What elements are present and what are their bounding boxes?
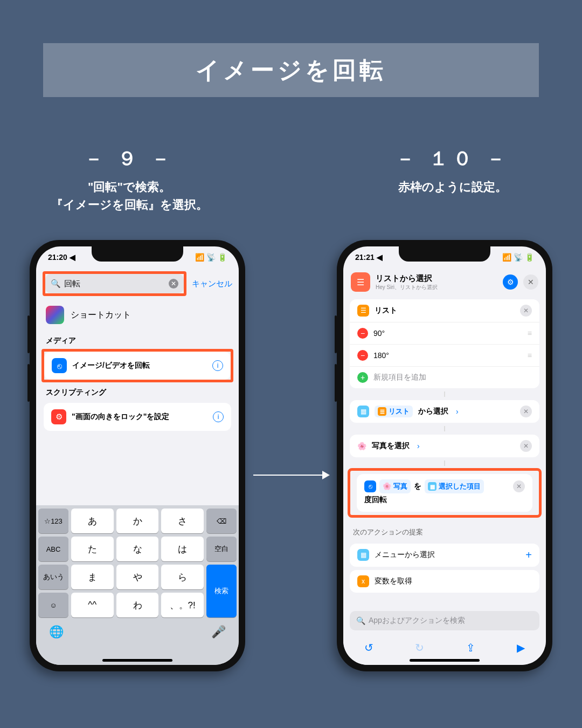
globe-icon[interactable]: 🌐 xyxy=(49,625,64,639)
reorder-icon[interactable]: ≡ xyxy=(528,351,532,360)
choose-suffix: から選択 xyxy=(418,407,448,416)
shortcuts-app-icon xyxy=(46,306,64,324)
remove-action-icon[interactable]: ✕ xyxy=(520,305,532,317)
add-item-icon[interactable]: + xyxy=(357,372,368,383)
keyboard: ☆123 あ か さ ⌫ ABC た な は 空白 あいう ま や ら 検索 xyxy=(36,505,239,665)
key-punct[interactable]: 、。?! xyxy=(161,593,204,617)
action-search-input[interactable]: 🔍 Appおよびアクションを検索 xyxy=(350,611,539,630)
page-title-banner: イメージを回転 xyxy=(43,43,539,97)
key-ka[interactable]: か xyxy=(116,509,159,533)
mic-icon[interactable]: 🎤 xyxy=(211,625,226,639)
key-caret[interactable]: ^^ xyxy=(71,593,114,617)
info-icon[interactable]: i xyxy=(212,360,223,371)
key-ma[interactable]: ま xyxy=(71,565,114,589)
notch xyxy=(92,246,183,262)
list-item-row[interactable]: − 180° ≡ xyxy=(350,344,539,366)
remove-item-icon[interactable]: − xyxy=(357,328,368,339)
key-wa[interactable]: わ xyxy=(116,593,159,617)
photos-chip-icon: 🌸 xyxy=(383,480,391,492)
key-emoji[interactable]: ☺ xyxy=(38,593,68,617)
remove-action-icon[interactable]: ✕ xyxy=(520,440,532,452)
phone-frame-left: 21:20 ◀ 📶 📡 🔋 🔍 回転 ✕ キャンセル ショートカット xyxy=(30,240,245,671)
photos-variable-chip[interactable]: 🌸 写真 xyxy=(379,479,411,493)
key-ta[interactable]: た xyxy=(71,537,114,561)
list-action-card: ☰ リスト ✕ − 90° ≡ − 180° ≡ + 新規項目を追加 xyxy=(350,299,539,388)
list-item-row[interactable]: − 90° ≡ xyxy=(350,322,539,344)
bottom-toolbar: ↺ ↻ ⇪ ▶ xyxy=(343,636,546,654)
step-10-caption: 赤枠のように設定。 xyxy=(345,178,560,196)
page-title: イメージを回転 xyxy=(196,54,386,86)
status-time: 21:21 xyxy=(355,253,375,262)
key-ra[interactable]: ら xyxy=(161,565,204,589)
section-scripting: スクリプティング xyxy=(36,382,239,401)
add-suggestion-icon[interactable]: + xyxy=(525,549,532,561)
remove-item-icon[interactable]: − xyxy=(357,350,368,361)
phone-frame-right: 21:21 ◀ 📶 📡 🔋 ☰ リストから選択 Hey Siri、リストから選択… xyxy=(337,240,552,671)
remove-action-icon[interactable]: ✕ xyxy=(520,406,532,417)
clear-icon[interactable]: ✕ xyxy=(169,279,178,289)
key-ya[interactable]: や xyxy=(116,565,159,589)
key-search[interactable]: 検索 xyxy=(206,565,237,617)
search-input[interactable]: 🔍 回転 ✕ xyxy=(45,274,184,293)
search-icon: 🔍 xyxy=(51,279,61,289)
signal-icon: 📶 xyxy=(502,253,511,262)
key-kana[interactable]: あいう xyxy=(38,565,68,589)
key-abc[interactable]: ABC xyxy=(38,537,68,561)
action-orientation-lock[interactable]: ⚙ "画面の向きをロック"を設定 i xyxy=(44,403,231,431)
list-icon: ☰ xyxy=(351,272,370,292)
suggestion-var-label: 変数を取得 xyxy=(375,576,412,586)
cancel-button[interactable]: キャンセル xyxy=(192,279,232,289)
rotate-image-action[interactable]: ⎋ 🌸 写真 を ▦ 選択した項目 ✕ 度回転 xyxy=(357,474,532,512)
connector-line xyxy=(444,392,445,397)
settings-button[interactable]: ⚙ xyxy=(503,274,518,290)
suggestion-var-card[interactable]: x 変数を取得 xyxy=(350,570,539,593)
rotate-mid-text: を xyxy=(414,480,421,493)
battery-icon: 🔋 xyxy=(218,253,227,262)
shortcut-header: ☰ リストから選択 Hey Siri、リストから選択 ⚙ ✕ xyxy=(343,268,546,296)
action-search-placeholder: Appおよびアクションを検索 xyxy=(369,616,465,626)
wifi-icon: 📡 xyxy=(206,253,216,262)
key-backspace[interactable]: ⌫ xyxy=(206,509,237,533)
key-num[interactable]: ☆123 xyxy=(38,509,68,533)
remove-action-icon[interactable]: ✕ xyxy=(513,480,525,492)
shortcut-subtitle: Hey Siri、リストから選択 xyxy=(376,284,497,291)
step-9-caption: "回転"で検索。 『イメージを回転』を選択。 xyxy=(22,178,237,214)
screen-left: 21:20 ◀ 📶 📡 🔋 🔍 回転 ✕ キャンセル ショートカット xyxy=(36,246,239,665)
list-mini-icon: ☰ xyxy=(357,305,369,317)
screen-right: 21:21 ◀ 📶 📡 🔋 ☰ リストから選択 Hey Siri、リストから選択… xyxy=(343,246,546,665)
selected-item-chip[interactable]: ▦ 選択した項目 xyxy=(425,479,484,493)
redo-icon[interactable]: ↻ xyxy=(415,641,424,654)
wifi-icon: 📡 xyxy=(514,253,523,262)
suggestion-menu-card[interactable]: ▦ メニューから選択 + xyxy=(350,544,539,567)
list-variable-chip[interactable]: ☰ リスト xyxy=(375,406,413,417)
selected-chip-icon: ▦ xyxy=(428,482,436,491)
shortcuts-app-row[interactable]: ショートカット xyxy=(36,299,239,331)
action-orientation-label: "画面の向きをロック"を設定 xyxy=(72,412,207,422)
choose-icon: ▦ xyxy=(357,406,369,417)
connector-line xyxy=(444,426,445,431)
reorder-icon[interactable]: ≡ xyxy=(528,329,532,338)
shortcuts-label: ショートカット xyxy=(71,310,131,321)
action-rotate-label: イメージ/ビデオを回転 xyxy=(72,361,207,370)
step-9-number: － ９ － xyxy=(22,146,237,172)
rotate-action-highlight: ⎋ イメージ/ビデオを回転 i xyxy=(41,349,233,382)
share-icon[interactable]: ⇪ xyxy=(466,641,475,654)
play-icon[interactable]: ▶ xyxy=(517,641,525,654)
add-item-row[interactable]: + 新規項目を追加 xyxy=(350,366,539,388)
choose-from-list-card[interactable]: ▦ ☰ リスト から選択 › ✕ xyxy=(350,400,539,423)
key-ha[interactable]: は xyxy=(161,537,204,561)
undo-icon[interactable]: ↺ xyxy=(364,641,373,654)
chevron-right-icon: › xyxy=(456,407,459,416)
var-icon: x xyxy=(357,575,369,587)
arrow-icon xyxy=(253,475,329,476)
suggestion-header: 次のアクションの提案 xyxy=(343,520,546,540)
info-icon[interactable]: i xyxy=(213,411,224,422)
key-a[interactable]: あ xyxy=(71,509,114,533)
action-rotate-image[interactable]: ⎋ イメージ/ビデオを回転 i xyxy=(44,352,231,380)
close-button[interactable]: ✕ xyxy=(523,274,538,290)
key-na[interactable]: な xyxy=(116,537,159,561)
select-photos-card[interactable]: 🌸 写真を選択 › ✕ xyxy=(350,435,539,457)
key-space[interactable]: 空白 xyxy=(206,537,237,561)
key-sa[interactable]: さ xyxy=(161,509,204,533)
chevron-right-icon: › xyxy=(417,442,420,450)
